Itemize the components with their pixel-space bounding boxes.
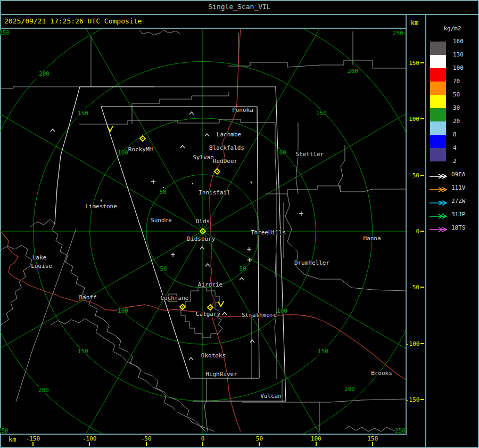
right-axis-tick [420,343,424,344]
legend-scale-value: 4 [453,145,474,151]
radial-line [203,29,378,231]
ring-distance-label: 100 [118,307,128,314]
legend-scale-value: 160 [453,38,474,45]
star-marker-icon: * [100,198,103,205]
track-arrow-icon [428,211,450,218]
right-axis-tick-label: 50 [406,172,419,179]
town-label: Cochrane [161,295,189,302]
town-label: Drumheller [294,259,330,266]
town-label: RedDeer [213,158,238,165]
bottom-axis-tick [259,442,260,446]
legend-scale-value: 2 [453,158,474,165]
ring-distance-label: 200 [38,387,49,394]
county-boundary [30,219,214,431]
radial-line [203,231,406,407]
town-label: Didsbury [187,235,216,242]
town-label: RockyMH [128,146,153,153]
legend-swatch [430,55,446,68]
title-separator-line [0,14,479,15]
bottom-axis-tick [202,442,203,446]
legend-scale-value: 100 [453,65,474,71]
track-id-label: 27ZW [451,198,476,205]
legend-scale-value: 70 [453,78,474,85]
ring-distance-label: 150 [318,348,328,355]
map-bottom-edge [0,434,407,435]
county-boundary [132,92,229,124]
ring-distance-label: 100 [276,149,286,156]
ring-distance-label: 50 [239,265,246,272]
radial-line [27,231,203,434]
radar-coverage-outline [257,107,259,378]
bottom-axis-tick [372,442,373,446]
legend-unit-label: kg/m2 [436,25,468,32]
town-label: Louise [31,263,52,270]
radar-map[interactable]: 5050501001001001001501501501502002002002… [0,29,406,434]
dot-marker-icon [192,183,193,184]
ring-distance-label: 50 [159,189,166,196]
town-label: Lake [32,254,47,261]
county-boundary [51,319,205,431]
radar-coverage-outline [55,87,80,224]
town-label: Sylvan [193,154,214,161]
town-label: Sundre [151,217,172,224]
ring-distance-label: 150 [78,110,88,117]
caret-marker-icon [51,129,55,132]
plus-marker-icon [247,247,251,251]
caret-marker-icon [205,134,209,136]
track-id-label: 31JP [451,211,476,218]
ring-distance-label: 200 [344,386,355,393]
legend-swatch [430,148,446,161]
legend-swatch [430,135,446,148]
right-axis-tick-label: -50 [406,284,419,291]
right-axis-tick-label: -100 [406,340,419,347]
track-arrow-icon [428,185,450,191]
town-label: Stettler [296,151,324,158]
right-axis-tick-label: -150 [406,396,419,403]
storm-arrow-icon [108,126,113,131]
legend-swatch [430,121,446,135]
caret-marker-icon [180,145,185,148]
ring-distance-label: 50 [160,265,167,272]
bottom-axis-tick-label: 0 [187,435,219,442]
ring-distance-label: 200 [39,70,49,77]
legend-scale-value: 50 [453,92,474,98]
ring-distance-label: 150 [316,110,327,117]
town-label: Innisfail [199,189,230,196]
bottom-axis-tick-label: 100 [300,435,332,442]
town-label: Blackfalds [209,144,244,151]
track-id-label: 09EA [451,172,476,178]
caret-marker-icon [189,112,194,115]
track-id-label: 18TS [451,225,476,231]
track-arrow-icon [428,172,450,178]
bottom-axis-tick-label: -100 [73,435,105,442]
town-label: Olds [196,218,210,225]
star-marker-icon: * [250,180,253,187]
county-boundary [228,60,406,68]
county-boundary [296,123,298,194]
caret-marker-icon [240,278,244,280]
bottom-axis-tick [316,442,317,446]
radial-line [203,231,378,434]
county-boundary [285,194,406,291]
legend-scale-value: 130 [453,52,474,58]
town-label: Airdrie [198,281,222,288]
right-axis-tick [420,399,424,400]
ring-distance-label: 250 [393,30,403,37]
map-right-edge [406,14,407,435]
radar-app-window: Single_Scan_VIL 2025/09/21 17:25:26 UTC … [0,0,479,448]
right-axis-tick [420,118,424,119]
legend-swatch [430,108,446,121]
bottom-axis-tick [89,442,90,446]
plus-marker-icon [299,211,303,216]
county-boundary [204,379,208,431]
track-id-label: 111V [451,185,476,191]
caret-marker-icon [205,264,210,266]
bottom-axis-tick [32,442,34,446]
right-axis-tick [420,231,424,232]
ring-distance-label: 100 [277,307,287,314]
town-label: Strathmore [242,312,277,319]
timestamp-label: 2025/09/21 17:25:26 UTC Composite [4,16,398,27]
town-label: HighRiver [205,371,237,378]
town-label: Vulcan [260,393,282,400]
legend-scale-value: 20 [453,118,474,125]
